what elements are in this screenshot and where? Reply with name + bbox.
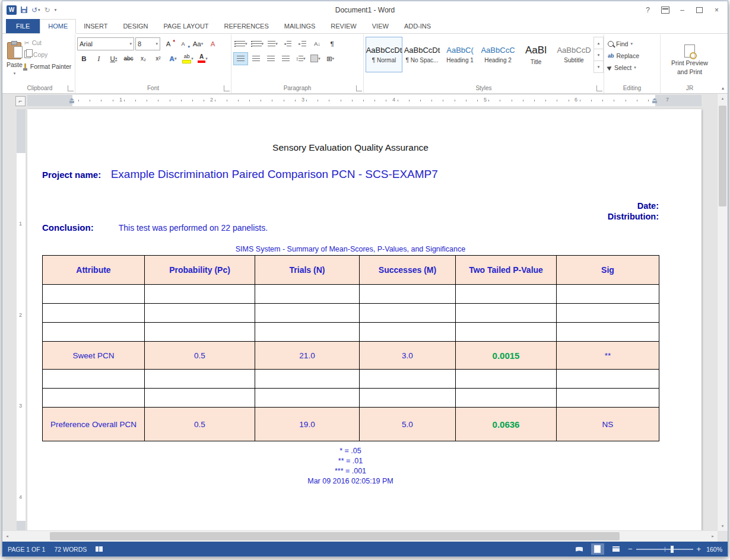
qat-customize-button[interactable]: ▾ — [55, 8, 57, 12]
shading-button[interactable]: ▾ — [309, 53, 322, 65]
undo-button[interactable]: ↺▾ — [31, 6, 40, 14]
close-button[interactable]: × — [708, 4, 725, 16]
vertical-scrollbar[interactable]: ▴ ▾ — [717, 94, 728, 531]
grow-font-button[interactable]: A▴ — [161, 38, 175, 50]
minimize-button[interactable]: – — [674, 4, 691, 16]
word-logo-icon[interactable]: W — [7, 5, 17, 15]
document-page[interactable]: Sensory Evaluation Quality Assurance Pro… — [27, 109, 702, 531]
help-button[interactable]: ? — [639, 4, 656, 16]
proofing-status-icon[interactable] — [96, 546, 103, 552]
tab-references[interactable]: REFERENCES — [217, 20, 277, 33]
cell-attribute[interactable]: Preference Overall PCN — [43, 408, 145, 441]
cell-sig[interactable]: NS — [557, 408, 659, 441]
tab-mailings[interactable]: MAILINGS — [277, 20, 323, 33]
save-button[interactable] — [21, 7, 27, 13]
align-center-button[interactable] — [249, 53, 263, 65]
tab-page-layout[interactable]: PAGE LAYOUT — [156, 20, 217, 33]
redo-button[interactable]: ↻ — [45, 6, 50, 14]
cell-pvalue[interactable]: 0.0636 — [456, 408, 557, 441]
header-sig[interactable]: Sig — [557, 256, 659, 285]
styles-scroll-down-icon[interactable]: ▾ — [594, 49, 603, 61]
highlight-color-button[interactable]: ab ▾ — [181, 53, 195, 65]
header-probability[interactable]: Probability (Pc) — [145, 256, 255, 285]
text-effects-button[interactable]: A▾ — [166, 53, 180, 65]
decrease-indent-button[interactable]: ◂ — [281, 38, 294, 50]
header-attribute[interactable]: Attribute — [43, 256, 145, 285]
collapse-ribbon-icon[interactable]: ▴ — [722, 85, 724, 91]
cell-trials[interactable]: 21.0 — [255, 342, 360, 370]
styles-dialog-launcher[interactable] — [596, 85, 602, 91]
maximize-button[interactable] — [691, 4, 708, 16]
header-pvalue[interactable]: Two Tailed P-Value — [456, 256, 557, 285]
zoom-out-button[interactable]: − — [628, 545, 633, 553]
style-no-spacing[interactable]: AaBbCcDt ¶ No Spac... — [404, 37, 440, 72]
font-dialog-launcher[interactable] — [224, 85, 230, 91]
page-indicator[interactable]: PAGE 1 OF 1 — [8, 546, 45, 553]
paragraph-dialog-launcher[interactable] — [356, 85, 362, 91]
read-mode-button[interactable] — [573, 543, 586, 555]
cell-pvalue[interactable]: 0.0015 — [456, 342, 557, 370]
tab-design[interactable]: DESIGN — [115, 20, 155, 33]
format-painter-button[interactable]: Format Painter — [23, 61, 73, 72]
align-right-button[interactable] — [264, 53, 278, 65]
vertical-scroll-thumb[interactable] — [719, 106, 726, 206]
tab-home[interactable]: HOME — [40, 19, 76, 34]
scroll-right-icon[interactable]: ▸ — [708, 531, 718, 542]
tab-add-ins[interactable]: ADD-INS — [396, 20, 439, 33]
left-indent-marker[interactable] — [69, 98, 74, 103]
style-normal[interactable]: AaBbCcDt ¶ Normal — [366, 37, 402, 72]
font-color-button[interactable]: A ▾ — [196, 53, 210, 65]
zoom-in-button[interactable]: + — [697, 545, 702, 553]
style-subtitle[interactable]: AaBbCcD Subtitle — [556, 37, 592, 72]
right-indent-marker[interactable] — [652, 98, 657, 103]
cell-sig[interactable]: ** — [557, 342, 659, 370]
clipboard-dialog-launcher[interactable] — [68, 85, 74, 91]
scroll-left-icon[interactable]: ◂ — [2, 531, 12, 542]
superscript-button[interactable]: x² — [151, 53, 165, 65]
find-button[interactable]: Find ▾ — [606, 38, 641, 49]
style-title[interactable]: AaBl Title — [518, 37, 554, 72]
horizontal-ruler[interactable]: 1 2 3 4 5 6 7 — [27, 95, 702, 106]
zoom-level[interactable]: 160% — [706, 546, 722, 553]
cell-probability[interactable]: 0.5 — [145, 342, 255, 370]
header-successes[interactable]: Successes (M) — [360, 256, 456, 285]
cell-attribute[interactable]: Sweet PCN — [43, 342, 145, 370]
print-layout-button[interactable] — [591, 543, 604, 555]
word-count[interactable]: 72 WORDS — [54, 546, 87, 553]
bullets-button[interactable]: ▾ — [233, 38, 249, 50]
show-formatting-marks-button[interactable]: ¶ — [325, 38, 339, 50]
line-spacing-button[interactable]: ↕▾ — [294, 53, 307, 65]
style-heading2[interactable]: AaBbCcC Heading 2 — [480, 37, 516, 72]
header-trials[interactable]: Trials (N) — [255, 256, 360, 285]
styles-gallery-more-icon[interactable]: ▾ — [594, 61, 603, 72]
tab-review[interactable]: REVIEW — [323, 20, 364, 33]
styles-scroll-up-icon[interactable]: ▴ — [594, 37, 603, 49]
vertical-ruler[interactable]: 1 2 3 4 — [17, 109, 26, 530]
justify-button[interactable] — [279, 53, 293, 65]
cut-button[interactable]: ✂ Cut — [23, 37, 73, 48]
ribbon-display-options-button[interactable] — [656, 4, 674, 16]
underline-button[interactable]: U▾ — [107, 53, 120, 65]
bold-button[interactable]: B — [77, 53, 91, 65]
tab-view[interactable]: VIEW — [364, 20, 396, 33]
zoom-slider[interactable] — [636, 549, 693, 550]
font-family-combobox[interactable]: Arial ▾ — [77, 37, 134, 50]
style-heading1[interactable]: AaBbC( Heading 1 — [442, 37, 478, 72]
copy-button[interactable]: Copy — [23, 49, 73, 60]
select-button[interactable]: Select ▾ — [606, 62, 641, 73]
change-case-button[interactable]: Aa▾ — [191, 38, 205, 50]
zoom-slider-handle[interactable] — [671, 546, 674, 553]
align-left-button[interactable] — [233, 52, 248, 65]
web-layout-button[interactable] — [610, 543, 623, 555]
strikethrough-button[interactable]: abc — [122, 53, 135, 65]
borders-button[interactable]: ⊞▾ — [323, 53, 337, 65]
italic-button[interactable]: I — [92, 53, 106, 65]
tab-insert[interactable]: INSERT — [76, 20, 115, 33]
replace-button[interactable]: ab Replace — [606, 50, 641, 61]
numbering-button[interactable]: ▾ — [250, 38, 265, 50]
print-preview-button[interactable]: Print Preview and Print — [666, 36, 713, 84]
paste-button[interactable]: Paste ▾ — [7, 36, 23, 84]
clear-formatting-button[interactable]: A — [206, 38, 220, 50]
tab-stop-selector[interactable]: ⌐ — [15, 96, 26, 106]
undo-dropdown-icon[interactable]: ▾ — [38, 8, 40, 12]
